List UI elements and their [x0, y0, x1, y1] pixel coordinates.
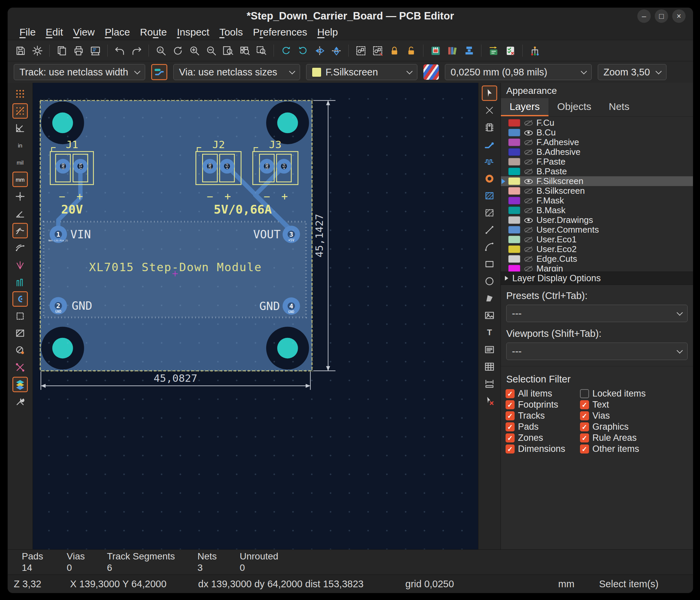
show-ratsnest-button[interactable]	[12, 223, 28, 238]
visibility-eye-icon[interactable]	[523, 244, 533, 254]
zone-outline-mode-button[interactable]	[12, 325, 28, 341]
pcb-canvas[interactable]: J1 J2 J3 − + − + − + 20V 5V/0,66A XL7015…	[33, 83, 478, 549]
maximize-button[interactable]: □	[655, 9, 668, 23]
print-button[interactable]	[70, 43, 86, 59]
menu-file[interactable]: File	[15, 26, 41, 38]
units-mm-button[interactable]: mm	[12, 172, 28, 187]
visibility-eye-icon[interactable]	[523, 157, 533, 167]
place-via-button[interactable]	[482, 171, 497, 186]
layer-color-swatch[interactable]	[508, 197, 520, 204]
track-width-dropdown[interactable]: Track: use netclass width	[14, 64, 145, 80]
layer-color-swatch[interactable]	[508, 206, 520, 214]
layers-manager-button[interactable]	[12, 377, 28, 392]
layer-row[interactable]: B.Paste	[501, 167, 693, 176]
units-mils-button[interactable]: mil	[12, 154, 28, 170]
layer-row[interactable]: B.Adhesive	[501, 147, 693, 157]
menu-tools[interactable]: Tools	[214, 26, 248, 38]
grid-overrides-button[interactable]	[12, 103, 28, 119]
layer-color-swatch[interactable]	[508, 119, 520, 127]
layer-row[interactable]: B.Cu	[501, 128, 693, 138]
auto-track-width-button[interactable]	[151, 64, 167, 80]
active-layer-dropdown[interactable]: F.Silkscreen	[306, 64, 417, 80]
curved-ratsnest-button[interactable]	[12, 240, 28, 255]
layer-row[interactable]: User.Comments	[501, 225, 693, 235]
zoom-fit-page-button[interactable]	[220, 43, 236, 59]
layer-row[interactable]: User.Drawings	[501, 215, 693, 225]
filter-tracks[interactable]: Tracks	[505, 410, 580, 421]
layer-presets-icon[interactable]	[423, 64, 439, 80]
units-inches-button[interactable]: in	[12, 138, 28, 153]
filter-footprints[interactable]: Footprints	[505, 399, 580, 410]
layer-row[interactable]: User.Eco1	[501, 235, 693, 244]
filter-dimensions[interactable]: Dimensions	[505, 444, 580, 454]
zoom-out-button[interactable]	[203, 43, 219, 59]
layer-color-swatch[interactable]	[508, 177, 520, 185]
layer-row[interactable]: F.Paste	[501, 157, 693, 167]
properties-panel-button[interactable]	[12, 394, 28, 409]
layer-color-swatch[interactable]	[508, 139, 520, 146]
zoom-selection-button[interactable]	[253, 43, 270, 59]
layer-row[interactable]: F.Cu	[501, 118, 693, 128]
drc-checker-button[interactable]	[502, 43, 518, 59]
layer-display-options[interactable]: Layer Display Options	[501, 272, 693, 285]
text-box-button[interactable]	[482, 342, 497, 357]
plot-button[interactable]	[87, 43, 103, 59]
board-setup-button[interactable]	[29, 43, 45, 59]
layer-row[interactable]: F.Adhesive	[501, 138, 693, 147]
close-button[interactable]: ×	[672, 9, 685, 23]
presets-dropdown[interactable]: ---	[506, 305, 688, 322]
place-text-button[interactable]: T	[482, 325, 497, 340]
menu-route[interactable]: Route	[135, 26, 172, 38]
viewports-dropdown[interactable]: ---	[506, 343, 688, 360]
draw-polygon-button[interactable]	[482, 291, 497, 306]
layer-row[interactable]: Margin	[501, 264, 693, 272]
rotate-ccw-button[interactable]	[278, 43, 294, 59]
grid-dropdown[interactable]: 0,0250 mm (0,98 mils)	[445, 64, 592, 80]
delete-tool-button[interactable]	[482, 393, 497, 408]
free-angle-mode-button[interactable]	[12, 206, 28, 221]
update-pcb-button[interactable]	[485, 43, 502, 59]
zone-fill-mode-button[interactable]	[12, 343, 28, 358]
rotate-cw-button[interactable]	[295, 43, 311, 59]
layer-color-swatch[interactable]	[508, 245, 520, 253]
page-settings-button[interactable]	[54, 43, 70, 59]
zoom-dropdown[interactable]: Zoom 3,50	[598, 64, 667, 80]
search-button[interactable]: A	[153, 43, 169, 59]
via-size-dropdown[interactable]: Via: use netclass sizes	[173, 64, 300, 80]
layer-row[interactable]: User.Eco2	[501, 244, 693, 254]
layer-color-swatch[interactable]	[508, 168, 520, 175]
visibility-eye-icon[interactable]	[523, 215, 533, 225]
visibility-eye-icon[interactable]	[523, 254, 533, 264]
filter-all-items[interactable]: All items	[505, 388, 580, 399]
visibility-eye-icon[interactable]	[523, 118, 533, 128]
visibility-eye-icon[interactable]	[523, 205, 533, 215]
layer-row[interactable]: F.Silkscreen	[501, 176, 693, 186]
menu-inspect[interactable]: Inspect	[172, 26, 215, 38]
track-outline-mode-button[interactable]	[12, 274, 28, 290]
filter-locked-items[interactable]: Locked items	[580, 388, 688, 399]
layer-color-swatch[interactable]	[508, 129, 520, 136]
rule-area-button[interactable]	[482, 205, 497, 221]
visibility-eye-icon[interactable]	[523, 235, 533, 244]
menu-view[interactable]: View	[68, 26, 100, 38]
tune-length-button[interactable]	[482, 154, 497, 169]
crosshair-styles-button[interactable]	[12, 189, 28, 204]
filter-rule-areas[interactable]: Rule Areas	[580, 432, 688, 444]
tab-layers[interactable]: Layers	[501, 98, 548, 116]
visibility-eye-icon[interactable]	[523, 167, 533, 176]
net-colors-button[interactable]	[12, 257, 28, 273]
highlight-net-button[interactable]	[482, 103, 497, 118]
group-button[interactable]	[353, 43, 369, 59]
polar-coordinates-button[interactable]	[12, 120, 28, 136]
layer-color-swatch[interactable]	[508, 236, 520, 243]
select-tool-button[interactable]	[482, 85, 497, 101]
visibility-eye-icon[interactable]	[523, 147, 533, 157]
layer-color-swatch[interactable]	[508, 216, 520, 224]
visibility-eye-icon[interactable]	[523, 225, 533, 235]
tab-objects[interactable]: Objects	[548, 98, 600, 116]
flip-horizontal-button[interactable]	[311, 43, 328, 59]
net-inspector-button[interactable]	[527, 43, 543, 59]
redo-button[interactable]	[128, 43, 145, 59]
minimize-button[interactable]: –	[637, 9, 651, 23]
draw-circle-button[interactable]	[482, 274, 497, 289]
